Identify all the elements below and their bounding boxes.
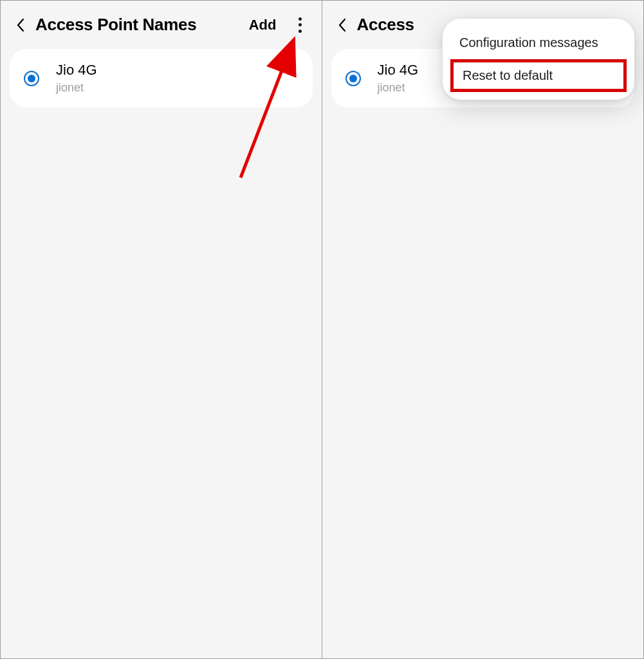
more-options-button[interactable]: [292, 17, 309, 33]
right-pane: Access Jio 4G jionet Configuration messa…: [322, 1, 644, 658]
menu-item-configuration-messages[interactable]: Configuration messages: [443, 26, 634, 59]
apn-item[interactable]: Jio 4G jionet: [10, 49, 313, 107]
apn-text-block: Jio 4G jionet: [56, 62, 97, 95]
back-button[interactable]: [12, 17, 29, 33]
radio-selected-icon[interactable]: [345, 71, 361, 86]
apn-text-block: Jio 4G jionet: [378, 62, 419, 95]
back-button[interactable]: [334, 17, 351, 33]
overflow-menu: Configuration messages Reset to default: [443, 19, 634, 100]
chevron-left-icon: [16, 18, 25, 32]
vertical-dots-icon: [299, 17, 302, 33]
chevron-left-icon: [338, 18, 347, 32]
menu-item-reset-to-default[interactable]: Reset to default: [450, 59, 627, 92]
left-pane: Access Point Names Add Jio 4G jionet: [1, 1, 322, 658]
apn-name: Jio 4G: [56, 62, 97, 79]
add-button[interactable]: Add: [249, 17, 277, 33]
apn-subtitle: jionet: [56, 81, 97, 95]
apn-subtitle: jionet: [378, 81, 419, 95]
apn-name: Jio 4G: [378, 62, 419, 79]
page-title: Access Point Names: [35, 15, 243, 35]
radio-selected-icon[interactable]: [24, 71, 39, 86]
header: Access Point Names Add: [1, 1, 322, 49]
